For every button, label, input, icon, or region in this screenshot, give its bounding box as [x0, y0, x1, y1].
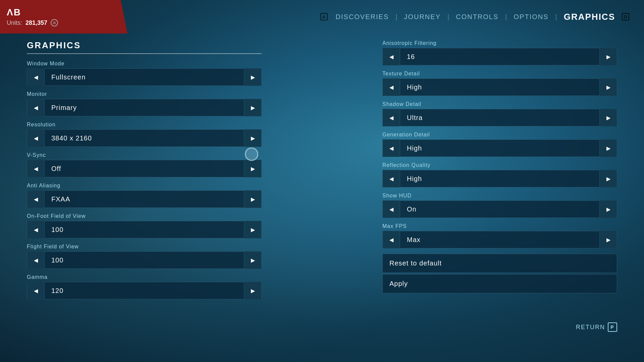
next-reflection-quality[interactable]: ▶ — [599, 170, 617, 187]
nav-journey[interactable]: JOURNEY — [400, 11, 444, 22]
value-resolution: 3840 x 2160 — [45, 134, 244, 142]
bottom-buttons: Reset to default Apply — [382, 254, 617, 293]
control-flight-fov: ◀ 100 ▶ — [27, 251, 262, 269]
prev-window-mode[interactable]: ◀ — [27, 68, 45, 86]
control-resolution: ◀ 3840 x 2160 ▶ — [27, 129, 262, 147]
control-generation-detail: ◀ High ▶ — [382, 139, 617, 157]
value-reflection-quality: High — [400, 175, 599, 183]
control-anti-aliasing: ◀ FXAA ▶ — [27, 190, 262, 208]
prev-reflection-quality[interactable]: ◀ — [383, 170, 400, 187]
value-vsync: Off — [45, 165, 244, 173]
return-label: RETURN — [576, 324, 605, 331]
prev-anti-aliasing[interactable]: ◀ — [27, 190, 45, 208]
value-gamma: 120 — [45, 287, 244, 295]
value-anti-aliasing: FXAA — [45, 195, 244, 203]
control-shadow-detail: ◀ Ultra ▶ — [382, 109, 617, 126]
units-label: Units: — [7, 19, 22, 26]
nav-discoveries[interactable]: DISCOVERIES — [332, 11, 392, 22]
right-panel: Anisotropic Filtering ◀ 16 ▶ Texture Det… — [382, 40, 617, 305]
nav-bar: A DISCOVERIES | JOURNEY | CONTROLS | OPT… — [121, 0, 644, 34]
setting-resolution: Resolution ◀ 3840 x 2160 ▶ — [27, 122, 262, 147]
setting-anisotropic: Anisotropic Filtering ◀ 16 ▶ — [382, 40, 617, 65]
control-reflection-quality: ◀ High ▶ — [382, 170, 617, 187]
next-generation-detail[interactable]: ▶ — [599, 139, 617, 157]
setting-texture-detail: Texture Detail ◀ High ▶ — [382, 71, 617, 96]
prev-resolution[interactable]: ◀ — [27, 129, 45, 147]
next-resolution[interactable]: ▶ — [244, 129, 261, 147]
logo-title: ΛB — [7, 7, 114, 18]
top-bar: ΛB Units: 281,357 ⊕ A DISCOVERIES | JOUR… — [0, 0, 644, 34]
return-hint: RETURN P — [576, 322, 617, 332]
setting-anti-aliasing: Anti Aliasing ◀ FXAA ▶ — [27, 183, 262, 208]
next-shadow-detail[interactable]: ▶ — [599, 109, 617, 126]
next-anti-aliasing[interactable]: ▶ — [244, 190, 261, 208]
prev-generation-detail[interactable]: ◀ — [383, 139, 400, 157]
prev-show-hud[interactable]: ◀ — [383, 200, 400, 218]
control-anisotropic: ◀ 16 ▶ — [382, 48, 617, 65]
prev-vsync[interactable]: ◀ — [27, 160, 45, 177]
logo-units: Units: 281,357 ⊕ — [7, 19, 114, 26]
label-resolution: Resolution — [27, 122, 262, 128]
next-max-fps[interactable]: ▶ — [599, 231, 617, 248]
nav-graphics[interactable]: GRAPHICS — [560, 10, 619, 24]
label-reflection-quality: Reflection Quality — [382, 162, 617, 168]
label-texture-detail: Texture Detail — [382, 71, 617, 77]
setting-max-fps: Max FPS ◀ Max ▶ — [382, 223, 617, 248]
section-title: GRAPHICS — [27, 40, 262, 54]
value-generation-detail: High — [400, 144, 599, 152]
prev-monitor[interactable]: ◀ — [27, 99, 45, 116]
setting-flight-fov: Flight Field of View ◀ 100 ▶ — [27, 244, 262, 269]
return-key-icon: P — [608, 322, 617, 332]
nav-options[interactable]: OPTIONS — [511, 11, 552, 22]
control-gamma: ◀ 120 ▶ — [27, 282, 262, 299]
control-show-hud: ◀ On ▶ — [382, 200, 617, 218]
value-window-mode: Fullscreen — [45, 73, 244, 81]
setting-window-mode: Window Mode ◀ Fullscreen ▶ — [27, 61, 262, 86]
setting-foot-fov: On-Foot Field of View ◀ 100 ▶ — [27, 213, 262, 238]
next-foot-fov[interactable]: ▶ — [244, 221, 261, 238]
label-monitor: Monitor — [27, 91, 262, 97]
nav-controls[interactable]: CONTROLS — [452, 11, 502, 22]
value-shadow-detail: Ultra — [400, 114, 599, 122]
graphics-key: D — [622, 13, 629, 20]
label-max-fps: Max FPS — [382, 223, 617, 229]
label-anisotropic: Anisotropic Filtering — [382, 40, 617, 46]
next-anisotropic[interactable]: ▶ — [599, 48, 617, 65]
value-max-fps: Max — [400, 236, 599, 244]
next-flight-fov[interactable]: ▶ — [244, 251, 261, 269]
value-foot-fov: 100 — [45, 226, 244, 234]
value-monitor: Primary — [45, 104, 244, 112]
value-flight-fov: 100 — [45, 256, 244, 264]
logo-block: ΛB Units: 281,357 ⊕ — [0, 0, 121, 34]
globe-icon: ⊕ — [51, 19, 58, 26]
setting-monitor: Monitor ◀ Primary ▶ — [27, 91, 262, 116]
value-texture-detail: High — [400, 83, 599, 91]
units-value: 281,357 — [25, 19, 47, 26]
label-generation-detail: Generation Detail — [382, 132, 617, 138]
label-gamma: Gamma — [27, 274, 262, 280]
next-vsync[interactable]: ▶ — [244, 160, 261, 177]
prev-gamma[interactable]: ◀ — [27, 282, 45, 299]
setting-show-hud: Show HUD ◀ On ▶ — [382, 193, 617, 218]
next-texture-detail[interactable]: ▶ — [599, 78, 617, 96]
prev-flight-fov[interactable]: ◀ — [27, 251, 45, 269]
discoveries-key: A — [320, 13, 328, 20]
label-shadow-detail: Shadow Detail — [382, 101, 617, 107]
next-window-mode[interactable]: ▶ — [244, 68, 261, 86]
value-anisotropic: 16 — [400, 53, 599, 61]
next-show-hud[interactable]: ▶ — [599, 200, 617, 218]
prev-texture-detail[interactable]: ◀ — [383, 78, 400, 96]
label-flight-fov: Flight Field of View — [27, 244, 262, 250]
apply-button[interactable]: Apply — [382, 274, 617, 293]
prev-anisotropic[interactable]: ◀ — [383, 48, 400, 65]
prev-foot-fov[interactable]: ◀ — [27, 221, 45, 238]
reset-button[interactable]: Reset to default — [382, 254, 617, 273]
setting-vsync: V-Sync ◀ Off ▶ — [27, 152, 262, 177]
label-show-hud: Show HUD — [382, 193, 617, 199]
next-gamma[interactable]: ▶ — [244, 282, 261, 299]
prev-max-fps[interactable]: ◀ — [383, 231, 400, 248]
next-monitor[interactable]: ▶ — [244, 99, 261, 116]
control-monitor: ◀ Primary ▶ — [27, 99, 262, 116]
label-vsync: V-Sync — [27, 152, 262, 158]
prev-shadow-detail[interactable]: ◀ — [383, 109, 400, 126]
